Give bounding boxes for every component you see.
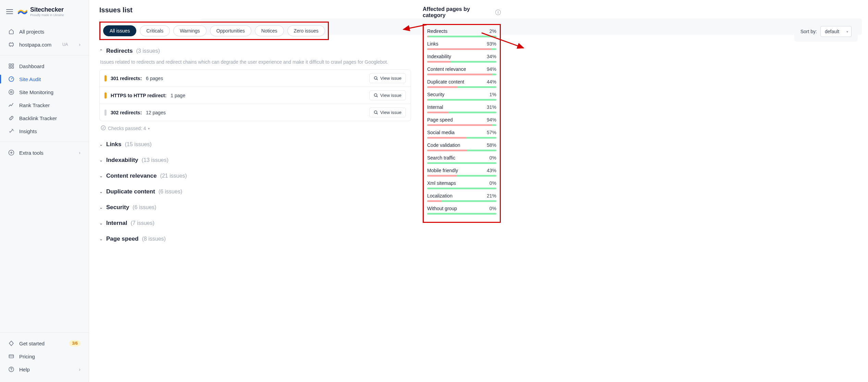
sidebar-item-rank-tracker[interactable]: Rank Tracker (3, 99, 85, 112)
stat-percent: 2% (489, 28, 496, 34)
category-header-duplicate-content[interactable]: ⌄ Duplicate content (6 issues) (99, 187, 411, 196)
svg-rect-0 (9, 43, 13, 46)
stat-row-content-relevance[interactable]: Content relevance 94% (427, 66, 496, 75)
svg-point-14 (101, 126, 106, 130)
filter-warnings[interactable]: Warnings (173, 25, 207, 36)
filter-opportunities[interactable]: Opportunities (210, 25, 251, 36)
category-count: (6 issues) (159, 189, 182, 195)
view-issue-button[interactable]: View issue (369, 107, 406, 117)
stat-row-xml-sitemaps[interactable]: Xml sitemaps 0% (427, 180, 496, 189)
stat-row-security[interactable]: Security 1% (427, 92, 496, 101)
host-icon (8, 41, 14, 48)
gauge-icon (8, 76, 14, 82)
category-header-links[interactable]: ⌄ Links (15 issues) (99, 140, 411, 149)
stat-name: Security (427, 92, 445, 97)
stat-row-indexability[interactable]: Indexability 34% (427, 54, 496, 63)
sidebar-item-label: hostpapa.com (19, 42, 51, 48)
sidebar-item-hostpapa-com[interactable]: hostpapa.comUA› (3, 38, 85, 51)
stat-row-redirects[interactable]: Redirects 2% (427, 28, 496, 37)
filter-bar-annotation: All issuesCriticalsWarningsOpportunities… (99, 22, 329, 40)
stat-name: Localization (427, 193, 452, 199)
view-issue-label: View issue (380, 76, 401, 81)
category-redirects: ⌃ Redirects (3 issues) Issues related to… (99, 46, 411, 131)
sidebar-item-pricing[interactable]: Pricing (3, 350, 85, 363)
filter-criticals[interactable]: Criticals (140, 25, 170, 36)
category-count: (7 issues) (131, 220, 154, 226)
category-header-security[interactable]: ⌄ Security (6 issues) (99, 203, 411, 212)
sidebar-item-label: Get started (19, 341, 45, 346)
card-icon (8, 353, 14, 359)
stat-row-mobile-friendly[interactable]: Mobile friendly 43% (427, 168, 496, 177)
stat-row-localization[interactable]: Localization 21% (427, 193, 496, 202)
sidebar-item-label: Rank Tracker (19, 102, 50, 108)
stat-bar (427, 213, 496, 215)
stat-row-code-validation[interactable]: Code validation 58% (427, 142, 496, 151)
filter-zero-issues[interactable]: Zero issues (287, 25, 325, 36)
category-header-redirects[interactable]: ⌃ Redirects (3 issues) (99, 46, 411, 56)
issue-list: 301 redirects: 6 pages View issue HTTPS … (99, 69, 411, 121)
sidebar-item-dashboard[interactable]: Dashboard (3, 60, 85, 73)
sidebar-item-label: Help (19, 367, 30, 372)
stat-name: Content relevance (427, 66, 466, 72)
sidebar-item-get-started[interactable]: Get started3/6 (3, 337, 85, 350)
category-name: Redirects (106, 48, 133, 54)
stat-name: Code validation (427, 142, 460, 148)
sidebar-item-site-audit[interactable]: Site Audit (3, 73, 85, 86)
page-title: Issues list (99, 6, 411, 14)
category-header-internal[interactable]: ⌄ Internal (7 issues) (99, 218, 411, 228)
sidebar-item-label: Pricing (19, 354, 35, 359)
category-header-content-relevance[interactable]: ⌄ Content relevance (21 issues) (99, 171, 411, 181)
issue-row: 301 redirects: 6 pages View issue (100, 70, 411, 87)
stat-bar (427, 61, 496, 63)
stat-percent: 21% (487, 193, 496, 199)
stat-row-duplicate-content[interactable]: Duplicate content 44% (427, 79, 496, 88)
stat-percent: 57% (487, 130, 496, 135)
sidebar-item-help[interactable]: Help› (3, 363, 85, 376)
checks-passed-label: Checks passed: 4 (108, 126, 146, 131)
svg-rect-3 (9, 67, 11, 68)
category-stats-annotation: Redirects 2% Links 93% Indexability 34% … (423, 24, 501, 223)
stat-name: Links (427, 41, 438, 47)
stat-row-links[interactable]: Links 93% (427, 41, 496, 50)
stat-row-social-media[interactable]: Social media 57% (427, 130, 496, 139)
stat-row-search-traffic[interactable]: Search traffic 0% (427, 155, 496, 164)
sidebar-item-all-projects[interactable]: All projects (3, 25, 85, 38)
category-header-indexability[interactable]: ⌄ Indexability (13 issues) (99, 155, 411, 165)
svg-point-13 (374, 111, 377, 114)
issue-pages: 12 pages (146, 110, 166, 115)
stat-bar (427, 137, 496, 139)
stat-row-page-speed[interactable]: Page speed 94% (427, 117, 496, 126)
menu-icon[interactable] (6, 9, 13, 14)
filter-notices[interactable]: Notices (255, 25, 284, 36)
view-issue-label: View issue (380, 110, 401, 115)
sidebar-item-meta: UA (62, 42, 68, 47)
check-circle-icon (101, 125, 106, 131)
sidebar-item-insights[interactable]: Insights (3, 125, 85, 138)
sidebar-item-label: Backlink Tracker (19, 115, 57, 121)
sidebar-item-extra-tools[interactable]: Extra tools › (3, 146, 85, 159)
stat-name: Without group (427, 206, 457, 211)
link-icon (8, 115, 14, 121)
filter-all-issues[interactable]: All issues (103, 25, 136, 36)
category-name: Page speed (106, 235, 139, 242)
diamond-icon (8, 340, 14, 346)
grid-icon (8, 63, 14, 69)
stat-bar (427, 74, 496, 75)
view-issue-button[interactable]: View issue (369, 90, 406, 100)
logo[interactable]: Sitechecker Proudly made in Ukraine (18, 6, 64, 17)
category-header-page-speed[interactable]: ⌄ Page speed (8 issues) (99, 234, 411, 244)
stat-row-without-group[interactable]: Without group 0% (427, 206, 496, 215)
category-description: Issues related to redirects and redirect… (100, 59, 411, 65)
stat-name: Search traffic (427, 155, 455, 161)
category-name: Indexability (106, 157, 138, 164)
stat-name: Social media (427, 130, 455, 135)
view-issue-button[interactable]: View issue (369, 73, 406, 83)
checks-passed-toggle[interactable]: Checks passed: 4 ▾ (101, 125, 411, 131)
plus-circle-icon (8, 150, 14, 156)
sidebar-item-backlink-tracker[interactable]: Backlink Tracker (3, 112, 85, 125)
chevron-down-icon: ⌄ (99, 189, 103, 194)
stat-row-internal[interactable]: Internal 31% (427, 104, 496, 113)
sidebar-item-site-monitoring[interactable]: Site Monitoring (3, 86, 85, 99)
sort-select[interactable]: default (820, 26, 852, 37)
info-icon[interactable]: i (495, 10, 501, 15)
